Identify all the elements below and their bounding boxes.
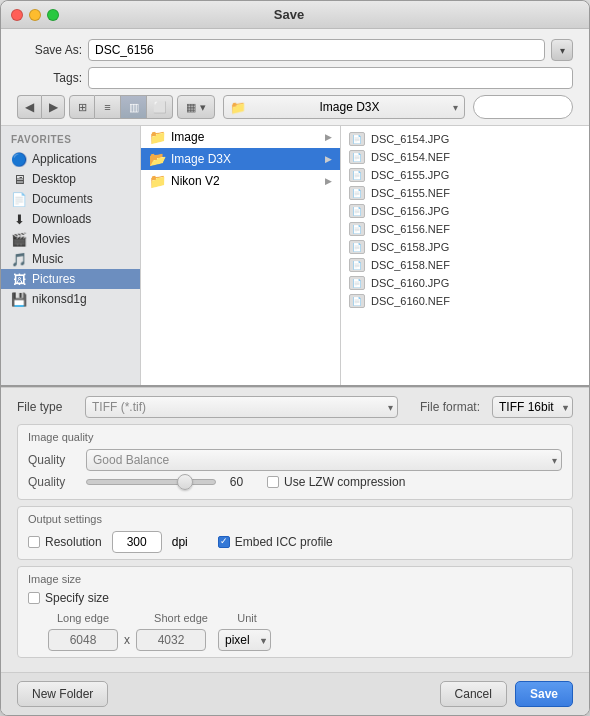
sidebar-item-downloads[interactable]: ⬇ Downloads [1,209,140,229]
file-icon: 📄 [349,240,365,254]
lzw-label: Use LZW compression [284,475,405,489]
sidebar-item-desktop[interactable]: 🖥 Desktop [1,169,140,189]
tags-input[interactable] [88,67,573,89]
quality-slider-track [86,479,216,485]
file-icon: 📄 [349,186,365,200]
file-format-select[interactable]: TIFF 16bit [492,396,573,418]
list-item[interactable]: 📄 DSC_6154.JPG [341,130,589,148]
file-icon: 📄 [349,276,365,290]
save-as-label: Save As: [17,43,82,57]
sidebar-item-music[interactable]: 🎵 Music [1,249,140,269]
tags-label: Tags: [17,71,82,85]
unit-select[interactable]: pixel [218,629,271,651]
nikonsd1g-icon: 💾 [11,291,27,307]
specify-size-checkbox[interactable] [28,592,40,604]
view-cover-btn[interactable]: ⬜ [147,95,173,119]
view-list-btn[interactable]: ≡ [95,95,121,119]
slider-value: 60 [224,475,249,489]
back-button[interactable]: ◀ [17,95,41,119]
list-item[interactable]: 📄 DSC_6156.JPG [341,202,589,220]
folder-image-d3x[interactable]: 📂 Image D3X ▶ [141,148,340,170]
sidebar-item-applications[interactable]: 🔵 Applications [1,149,140,169]
music-icon: 🎵 [11,251,27,267]
file-name: DSC_6155.NEF [371,187,450,199]
file-type-row: File type TIFF (*.tif) File format: TIFF… [17,396,573,418]
sidebar: FAVORITES 🔵 Applications 🖥 Desktop 📄 Doc… [1,126,141,385]
top-section: Save As: ▾ Tags: ◀ ▶ ⊞ ≡ ▥ ⬜ ▦ ▾ [1,29,589,126]
sidebar-item-pictures[interactable]: 🖼 Pictures [1,269,140,289]
resolution-input[interactable] [112,531,162,553]
search-input[interactable] [473,95,573,119]
save-as-input[interactable] [88,39,545,61]
sidebar-label-applications: Applications [32,152,97,166]
path-label: Image D3X [319,100,379,114]
list-item[interactable]: 📄 DSC_6154.NEF [341,148,589,166]
folder-arrow-image: ▶ [325,132,332,142]
file-name: DSC_6160.JPG [371,277,449,289]
specify-size-label: Specify size [45,591,109,605]
path-selector[interactable]: 📁 Image D3X ▾ [223,95,465,119]
cancel-button[interactable]: Cancel [440,681,507,707]
lzw-row: Use LZW compression [267,475,405,489]
sidebar-label-desktop: Desktop [32,172,76,186]
pictures-icon: 🖼 [11,271,27,287]
lzw-checkbox[interactable] [267,476,279,488]
file-icon: 📄 [349,132,365,146]
short-edge-label: Short edge [154,612,208,624]
toolbar: ◀ ▶ ⊞ ≡ ▥ ⬜ ▦ ▾ 📁 Image D3X ▾ [17,95,573,119]
folder-nikon-v2[interactable]: 📁 Nikon V2 ▶ [141,170,340,192]
view-column-btn[interactable]: ▥ [121,95,147,119]
maximize-button[interactable] [47,9,59,21]
embed-icc-checkbox[interactable] [218,536,230,548]
list-item[interactable]: 📄 DSC_6155.JPG [341,166,589,184]
resolution-checkbox[interactable] [28,536,40,548]
list-item[interactable]: 📄 DSC_6155.NEF [341,184,589,202]
x-separator: x [124,633,130,647]
save-button[interactable]: Save [515,681,573,707]
file-name: DSC_6158.JPG [371,241,449,253]
list-item[interactable]: 📄 DSC_6156.NEF [341,220,589,238]
file-type-select[interactable]: TIFF (*.tif) [85,396,398,418]
documents-icon: 📄 [11,191,27,207]
sidebar-label-downloads: Downloads [32,212,91,226]
minimize-button[interactable] [29,9,41,21]
quality-label-2: Quality [28,475,78,489]
list-item[interactable]: 📄 DSC_6158.NEF [341,256,589,274]
forward-button[interactable]: ▶ [41,95,65,119]
file-icon: 📄 [349,258,365,272]
list-item[interactable]: 📄 DSC_6160.NEF [341,292,589,310]
file-name: DSC_6160.NEF [371,295,450,307]
quality-slider-thumb[interactable] [177,474,193,490]
folder-arrow-image-d3x: ▶ [325,154,332,164]
short-edge-input[interactable] [136,629,206,651]
close-button[interactable] [11,9,23,21]
folder-label-image: Image [171,130,204,144]
view-icon-btn[interactable]: ⊞ [69,95,95,119]
options-panel: File type TIFF (*.tif) File format: TIFF… [1,387,589,672]
long-edge-input[interactable] [48,629,118,651]
sidebar-item-nikonsd1g[interactable]: 💾 nikonsd1g [1,289,140,309]
save-dialog: Save Save As: ▾ Tags: ◀ ▶ ⊞ ≡ ▥ ⬜ [0,0,590,716]
sort-icon: ▦ [186,101,196,114]
sidebar-item-documents[interactable]: 📄 Documents [1,189,140,209]
title-bar: Save [1,1,589,29]
save-as-button[interactable]: ▾ [551,39,573,61]
folder-label-nikon-v2: Nikon V2 [171,174,220,188]
sidebar-label-nikonsd1g: nikonsd1g [32,292,87,306]
file-icon: 📄 [349,294,365,308]
file-icon: 📄 [349,222,365,236]
file-name: DSC_6155.JPG [371,169,449,181]
list-item[interactable]: 📄 DSC_6158.JPG [341,238,589,256]
sort-button[interactable]: ▦ ▾ [177,95,215,119]
image-quality-label: Image quality [28,431,562,443]
folder-image[interactable]: 📁 Image ▶ [141,126,340,148]
image-size-label: Image size [28,573,562,585]
sidebar-section-label: FAVORITES [1,134,140,149]
folder-icon-image-d3x: 📂 [149,151,166,167]
file-name: DSC_6154.NEF [371,151,450,163]
quality-select[interactable]: Good Balance [86,449,562,471]
new-folder-button[interactable]: New Folder [17,681,108,707]
list-item[interactable]: 📄 DSC_6160.JPG [341,274,589,292]
output-settings-label: Output settings [28,513,562,525]
sidebar-item-movies[interactable]: 🎬 Movies [1,229,140,249]
